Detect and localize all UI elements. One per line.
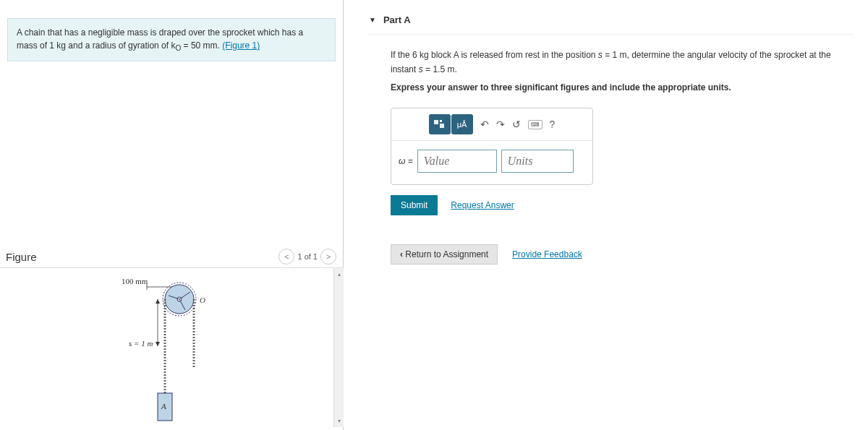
equals-text: = — [405, 156, 412, 166]
figure-prev-button[interactable]: < — [278, 249, 294, 265]
submit-row: Submit Request Answer — [391, 195, 854, 215]
svg-rect-13 — [440, 124, 444, 128]
right-panel: ▼ Part A If the 6 kg block A is released… — [354, 0, 868, 272]
redo-button[interactable]: ↷ — [496, 119, 505, 130]
feedback-link[interactable]: Provide Feedback — [512, 249, 582, 259]
fig-label-o: O — [200, 296, 205, 304]
keyboard-button[interactable]: ⌨ — [528, 120, 542, 129]
input-row: ω = — [391, 141, 592, 184]
templates-button[interactable] — [429, 114, 451, 134]
question-text: If the 6 kg block A is released from res… — [391, 48, 854, 77]
part-label: Part A — [383, 14, 411, 25]
figure-nav: < 1 of 1 > — [278, 249, 336, 265]
caret-down-icon: ▼ — [369, 16, 376, 24]
q-prefix: If the 6 kg block A is released from res… — [391, 50, 598, 60]
reset-button[interactable]: ↺ — [512, 119, 521, 130]
variable-label: ω = — [399, 156, 413, 166]
answer-box: μÅ ↶ ↷ ↺ ⌨ ? ω = — [391, 108, 593, 185]
part-header[interactable]: ▼ Part A — [369, 7, 854, 35]
problem-text-1: A chain that has a negligible mass is dr… — [17, 27, 303, 51]
omega-symbol: ω — [399, 156, 405, 166]
mu-a-text: μÅ — [457, 120, 467, 129]
help-button[interactable]: ? — [550, 119, 556, 130]
figure-section: Figure < 1 of 1 > 100 mm O — [0, 246, 344, 430]
svg-marker-8 — [156, 299, 160, 304]
answer-toolbar: μÅ ↶ ↷ ↺ ⌨ ? — [391, 108, 592, 141]
q-s2-eq: = 1.5 m. — [423, 64, 457, 74]
figure-next-button[interactable]: > — [320, 249, 336, 265]
figure-body: 100 mm O s = 1 m A — [0, 268, 344, 427]
svg-rect-11 — [434, 120, 438, 124]
figure-link[interactable]: (Figure 1) — [222, 40, 260, 51]
figure-title: Figure — [6, 251, 37, 263]
problem-text-2: = 50 mm. — [181, 40, 222, 51]
fig-label-100mm: 100 mm — [122, 277, 148, 285]
svg-rect-12 — [440, 120, 442, 122]
return-button[interactable]: Return to Assignment — [391, 244, 498, 265]
figure-svg: 100 mm O s = 1 m A — [107, 274, 237, 426]
request-answer-link[interactable]: Request Answer — [451, 200, 514, 210]
triangle-up-icon: ▴ — [338, 271, 341, 278]
symbols-button[interactable]: μÅ — [451, 114, 473, 134]
submit-button[interactable]: Submit — [391, 195, 438, 215]
undo-button[interactable]: ↶ — [480, 119, 489, 130]
left-panel: A chain that has a negligible mass is dr… — [0, 0, 344, 430]
units-input[interactable] — [501, 150, 574, 173]
answer-hint: Express your answer to three significant… — [391, 80, 854, 95]
template-buttons: μÅ — [429, 114, 473, 134]
figure-header: Figure < 1 of 1 > — [0, 246, 344, 268]
part-body: If the 6 kg block A is released from res… — [369, 35, 854, 265]
value-input[interactable] — [417, 150, 497, 173]
triangle-down-icon: ▾ — [338, 418, 341, 424]
resize-handle[interactable]: ▴ ▾ — [333, 268, 344, 427]
svg-marker-9 — [156, 342, 160, 346]
fig-label-s: s = 1 m — [129, 339, 153, 348]
fig-label-a: A — [161, 402, 166, 410]
problem-statement: A chain that has a negligible mass is dr… — [7, 18, 336, 61]
hint-text: Express your answer to three significant… — [391, 82, 731, 93]
return-row: Return to Assignment Provide Feedback — [391, 244, 854, 265]
figure-counter: 1 of 1 — [297, 252, 318, 261]
templates-icon — [433, 119, 446, 129]
